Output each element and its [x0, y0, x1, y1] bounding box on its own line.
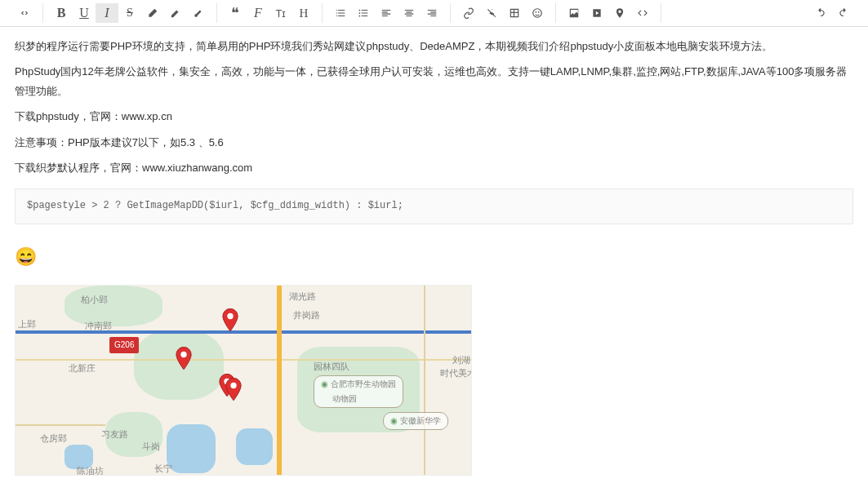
emoji-button[interactable]	[526, 3, 549, 23]
pencil-button[interactable]	[164, 3, 187, 23]
map-label: 北新庄	[69, 361, 96, 377]
link-button[interactable]	[457, 3, 480, 23]
paragraph-4: 注意事项：PHP版本建议7以下，如5.3 、5.6	[15, 133, 853, 152]
title-button[interactable]: Tɪ	[269, 3, 292, 23]
map-marker-icon	[225, 378, 243, 402]
code-button[interactable]	[631, 3, 654, 23]
map-label: 柏小郢	[81, 292, 108, 308]
map-poi-zoo: ◉ 合肥市野生动物园动物园	[314, 375, 403, 408]
map-label: 陈油坊	[77, 463, 104, 476]
map-label: 湖光路	[289, 289, 316, 305]
editor-body[interactable]: 织梦的程序运行需要PHP环境的支持，简单易用的PHP环境我们秀站网建议phpst…	[0, 27, 868, 485]
map-label: 冲南郢	[85, 318, 112, 335]
heading-button[interactable]: H	[292, 3, 315, 23]
link-xiuzhanwang[interactable]: www.xiuzhanwang.com	[142, 162, 252, 174]
svg-point-5	[538, 11, 540, 13]
map-label: 仓房郢	[40, 431, 67, 447]
align-center-button[interactable]	[398, 3, 421, 23]
map-poi-anhui: ◉ 安徽新华学	[383, 412, 448, 430]
link-xp[interactable]: www.xp.cn	[122, 110, 172, 122]
map-marker-icon	[221, 308, 239, 333]
align-left-button[interactable]	[375, 3, 398, 23]
paragraph-3: 下载phpstudy，官网：www.xp.cn	[15, 107, 853, 126]
svg-point-7	[180, 351, 186, 357]
svg-point-4	[535, 11, 536, 13]
map-label: 井岗路	[293, 308, 320, 324]
italic-button[interactable]: I	[96, 3, 118, 23]
underline-button[interactable]: U	[73, 3, 96, 23]
strikethrough-button[interactable]: S	[118, 3, 141, 23]
location-button[interactable]	[608, 3, 631, 23]
map-label: 斗岗	[142, 439, 160, 455]
undo-button[interactable]	[809, 3, 832, 23]
map-route-badge: G206	[109, 337, 139, 353]
svg-point-3	[533, 9, 542, 18]
map-label: 习友路	[101, 427, 128, 443]
redo-button[interactable]	[832, 3, 855, 23]
svg-point-6	[227, 312, 233, 318]
table-button[interactable]	[503, 3, 526, 23]
font-button[interactable]: F	[247, 3, 269, 23]
eraser-button[interactable]	[141, 3, 164, 23]
image-button[interactable]	[563, 3, 585, 23]
source-code-button[interactable]	[13, 3, 36, 23]
align-right-button[interactable]	[421, 3, 443, 23]
editor-toolbar: B U I S ❝ F Tɪ H	[0, 0, 868, 27]
list-unordered-button[interactable]	[352, 3, 375, 23]
map-label: 园林四队	[314, 359, 349, 375]
svg-point-1	[358, 12, 360, 14]
emoji-smile: 😄	[15, 241, 37, 273]
svg-point-2	[358, 16, 360, 17]
paragraph-1: 织梦的程序运行需要PHP环境的支持，简单易用的PHP环境我们秀站网建议phpst…	[15, 37, 853, 55]
quote-button[interactable]: ❝	[224, 3, 247, 23]
code-block: $pagestyle > 2 ? GetImageMapDD($iurl, $c…	[15, 188, 853, 224]
svg-point-9	[230, 382, 236, 388]
map-marker-icon	[175, 347, 193, 371]
map-label: 长宁	[154, 461, 172, 476]
svg-point-0	[358, 10, 360, 11]
paragraph-5: 下载织梦默认程序，官网：www.xiuzhanwang.com	[15, 158, 853, 177]
video-button[interactable]	[585, 3, 608, 23]
unlink-button[interactable]	[480, 3, 503, 23]
bold-button[interactable]: B	[50, 3, 73, 23]
list-ordered-button[interactable]	[329, 3, 352, 23]
paragraph-2: PhpStudy国内12年老牌公益软件，集安全，高效，功能与一体，已获得全球用户…	[15, 62, 853, 100]
brush-button[interactable]	[187, 3, 210, 23]
map-embed[interactable]: 柏小郢 上郢 冲南郢 北新庄 仓房郢 陈油坊 习友路 斗岗 长宁 湖光路 井岗路…	[15, 285, 472, 476]
map-label: 上郢	[18, 317, 36, 333]
map-label: 时代美术	[440, 366, 472, 382]
